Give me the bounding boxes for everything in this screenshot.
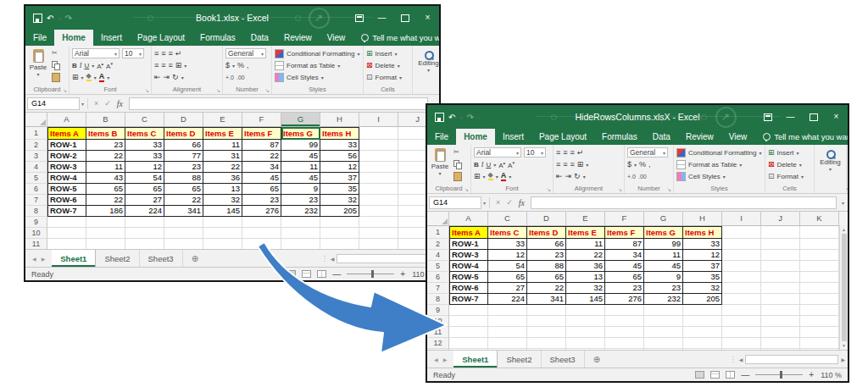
column-header-H[interactable]: H: [683, 212, 722, 225]
merge-center-icon[interactable]: ⊞: [175, 61, 182, 69]
cell-J7[interactable]: [761, 283, 800, 294]
cell-I4[interactable]: [722, 250, 761, 261]
dialog-launcher-icon[interactable]: ↘: [265, 87, 270, 93]
zoom-in-icon[interactable]: +: [809, 370, 814, 379]
align-left-icon[interactable]: ≡: [154, 61, 159, 69]
font-color-icon[interactable]: A: [501, 172, 507, 181]
cell-A7[interactable]: ROW-6: [47, 195, 86, 206]
delete-button[interactable]: ⊠ Delete ▾: [768, 158, 811, 170]
cell-C7[interactable]: 27: [125, 195, 164, 206]
tell-me-box[interactable]: Tell me what you want to do: [361, 30, 439, 46]
row-header-1[interactable]: 1: [427, 226, 449, 239]
cell-C7[interactable]: 27: [488, 283, 527, 294]
cell-H9[interactable]: [683, 305, 722, 316]
hscroll-left-icon[interactable]: ◀: [739, 357, 743, 362]
cell-B6[interactable]: 65: [86, 184, 125, 195]
decrease-decimal-icon[interactable]: .00: [638, 174, 647, 180]
ribbon-tab-page-layout[interactable]: Page Layout: [531, 129, 594, 145]
font-color-icon[interactable]: A: [99, 73, 105, 82]
ribbon-tab-view[interactable]: View: [721, 129, 755, 145]
cell-C3[interactable]: 33: [125, 151, 164, 162]
cell-D8[interactable]: 341: [527, 294, 566, 305]
cell-K7[interactable]: [800, 283, 839, 294]
cell-K11[interactable]: [800, 327, 839, 338]
cell-styles-button[interactable]: Cell Styles ▾: [676, 170, 762, 182]
column-header-C[interactable]: C: [125, 113, 164, 126]
cell-J4[interactable]: [761, 250, 800, 261]
cell-A9[interactable]: [47, 217, 86, 228]
horizontal-scrollbar[interactable]: [337, 254, 430, 263]
cell-H11[interactable]: [320, 239, 359, 249]
cell-J9[interactable]: [761, 305, 800, 316]
cell-D12[interactable]: [527, 338, 566, 349]
cell-F4[interactable]: 34: [605, 250, 644, 261]
cell-D9[interactable]: [164, 217, 203, 228]
font-size-select[interactable]: 10▾: [122, 48, 144, 58]
cell-F11[interactable]: [605, 327, 644, 338]
cell-I13[interactable]: [722, 349, 761, 350]
cell-A5[interactable]: ROW-4: [47, 173, 86, 184]
tab-splitter-icon[interactable]: ⋮: [730, 356, 737, 363]
cell-E11[interactable]: [566, 327, 605, 338]
underline-dropdown-icon[interactable]: ▾: [92, 63, 94, 69]
column-header-B[interactable]: B: [86, 113, 125, 126]
cell-H8[interactable]: 205: [320, 206, 359, 217]
cell-E7[interactable]: 32: [566, 283, 605, 294]
cell-D13[interactable]: [527, 349, 566, 350]
ribbon-display-options-icon[interactable]: [756, 105, 779, 129]
ribbon-tab-view[interactable]: View: [320, 30, 353, 46]
cell-E13[interactable]: [566, 349, 605, 350]
decrease-indent-icon[interactable]: ⇤: [556, 172, 563, 180]
cell-C12[interactable]: [488, 338, 527, 349]
cell-A5[interactable]: ROW-4: [449, 261, 488, 272]
ribbon-display-options-icon[interactable]: [348, 6, 370, 30]
cell-B10[interactable]: [86, 228, 125, 239]
minimize-icon[interactable]: —: [779, 105, 802, 129]
cell-F9[interactable]: [605, 305, 644, 316]
cut-icon[interactable]: ✂: [453, 148, 462, 158]
sheet-prev-icon[interactable]: ◀: [32, 256, 36, 262]
cell-I10[interactable]: [359, 228, 398, 239]
cell-E6[interactable]: 13: [203, 184, 242, 195]
cell-G2[interactable]: 99: [644, 239, 683, 250]
cell-D6[interactable]: 65: [164, 184, 203, 195]
bold-button[interactable]: B: [72, 62, 77, 69]
cell-H5[interactable]: 37: [683, 261, 722, 272]
cell-I9[interactable]: [359, 217, 398, 228]
cell-A2[interactable]: ROW-1: [449, 239, 488, 250]
borders-icon[interactable]: ⊞: [474, 172, 481, 180]
cell-H12[interactable]: [683, 338, 722, 349]
accounting-format-icon[interactable]: $: [627, 160, 632, 169]
zoom-slider[interactable]: [755, 374, 803, 375]
row-header-5[interactable]: 5: [427, 261, 449, 272]
ribbon-tab-page-layout[interactable]: Page Layout: [130, 30, 192, 46]
cell-I2[interactable]: [722, 239, 761, 250]
vertical-scrollbar[interactable]: ▲ ▼: [839, 225, 848, 350]
zoom-slider-handle[interactable]: [371, 270, 374, 278]
cell-G5[interactable]: 45: [281, 173, 320, 184]
cell-C5[interactable]: 54: [488, 261, 527, 272]
cell-H6[interactable]: 35: [683, 272, 722, 283]
cell-F1[interactable]: Items F: [605, 226, 644, 239]
sheet-next-icon[interactable]: ▶: [443, 357, 448, 362]
dialog-launcher-icon[interactable]: ↘: [63, 87, 67, 93]
cell-B5[interactable]: 43: [86, 173, 125, 184]
cell-C11[interactable]: [488, 327, 527, 338]
row-header-4[interactable]: 4: [427, 250, 449, 261]
comma-style-icon[interactable]: ,: [247, 61, 249, 69]
cell-E9[interactable]: [203, 217, 242, 228]
cell-A8[interactable]: ROW-7: [47, 206, 86, 217]
sheet-prev-icon[interactable]: ◀: [434, 357, 438, 362]
cell-H9[interactable]: [320, 217, 359, 228]
zoom-level-label[interactable]: 110 %: [820, 371, 842, 379]
cell-K5[interactable]: [800, 261, 839, 272]
cell-I6[interactable]: [722, 272, 761, 283]
cell-G1[interactable]: Items G: [281, 127, 320, 140]
cell-G12[interactable]: [644, 338, 683, 349]
title-bar[interactable]: ↗ ↶ ▾ ↷ ▾ HideRowsColumns.xlsX - Excel —…: [427, 105, 848, 129]
cell-I11[interactable]: [359, 239, 398, 249]
sheet-next-icon[interactable]: ▶: [42, 256, 46, 262]
cell-D2[interactable]: 66: [164, 140, 203, 151]
cancel-icon[interactable]: ×: [94, 99, 98, 108]
accounting-dropdown-icon[interactable]: ▾: [232, 63, 235, 69]
